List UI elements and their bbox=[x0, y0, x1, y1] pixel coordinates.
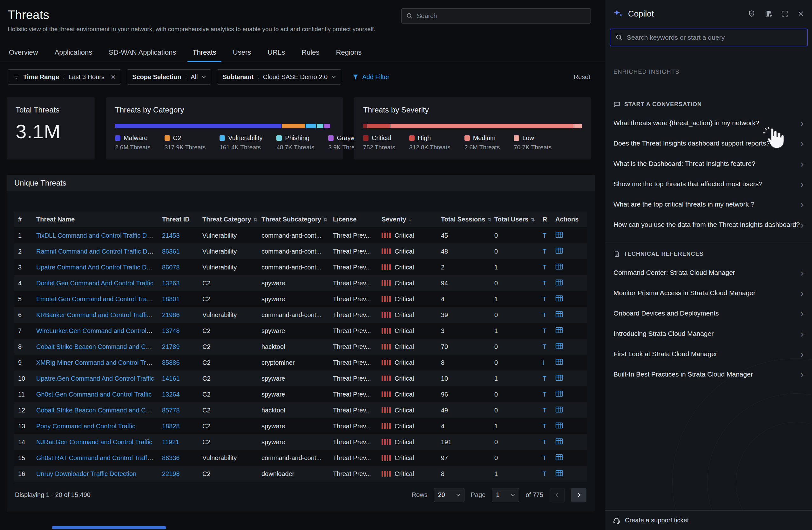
col-header-license[interactable]: License bbox=[329, 212, 378, 228]
technical-reference-link[interactable]: First Look at Strata Cloud Manager › bbox=[605, 344, 812, 364]
reference-link[interactable]: T bbox=[542, 407, 547, 414]
reference-link[interactable]: T bbox=[542, 422, 547, 430]
copilot-suggested-question[interactable]: Does the Threat Insights dashboard suppo… bbox=[605, 133, 812, 154]
threat-name-link[interactable]: NJRat.Gen Command and Control Traffic bbox=[36, 439, 152, 445]
next-page-button[interactable] bbox=[571, 488, 586, 502]
view-logs-icon[interactable] bbox=[555, 422, 563, 429]
threat-id-link[interactable]: 13263 bbox=[162, 280, 180, 287]
reference-link[interactable]: T bbox=[542, 391, 547, 398]
table-row-emotet-gen-command-and-control-traffic[interactable]: 5 Emotet.Gen Command and Control Traffic… bbox=[14, 291, 587, 307]
threat-name-link[interactable]: Cobalt Strike Beacon Command and Contro bbox=[36, 343, 158, 350]
expand-icon[interactable] bbox=[781, 10, 788, 17]
table-row-cobalt-strike-beacon-command-and-contro[interactable]: 8 Cobalt Strike Beacon Command and Contr… bbox=[14, 339, 587, 355]
add-filter-button[interactable]: Add Filter bbox=[352, 73, 390, 81]
view-logs-icon[interactable] bbox=[555, 469, 563, 477]
sort-icon[interactable]: ⇅ bbox=[323, 217, 328, 223]
threat-name-link[interactable]: Emotet.Gen Command and Control Traffic bbox=[36, 296, 155, 302]
copilot-suggested-question[interactable]: How can you use the data from the Threat… bbox=[605, 214, 812, 235]
view-logs-icon[interactable] bbox=[555, 326, 563, 334]
horizontal-scrollbar-thumb[interactable] bbox=[52, 526, 166, 529]
knowledge-library-icon[interactable] bbox=[764, 10, 772, 17]
bar-segment-c2[interactable] bbox=[282, 124, 305, 128]
col-header-r[interactable]: R bbox=[539, 212, 551, 228]
view-logs-icon[interactable] bbox=[555, 231, 563, 239]
threat-id-link[interactable]: 85886 bbox=[162, 359, 180, 366]
view-logs-icon[interactable] bbox=[555, 342, 563, 350]
view-logs-icon[interactable] bbox=[555, 358, 563, 366]
col-header-severity[interactable]: Severity↓ bbox=[378, 212, 437, 228]
reference-link[interactable]: T bbox=[542, 264, 547, 271]
view-logs-icon[interactable] bbox=[555, 406, 563, 413]
technical-reference-link[interactable]: Monitor Prisma Access in Strata Cloud Ma… bbox=[605, 283, 812, 303]
view-logs-icon[interactable] bbox=[555, 247, 563, 255]
previous-page-button[interactable] bbox=[550, 488, 565, 502]
scope-selection-chip[interactable]: Scope Selection : All bbox=[127, 69, 211, 85]
reference-link[interactable]: T bbox=[542, 470, 547, 477]
table-row-gh0st-gen-command-and-control-traffic[interactable]: 11 Gh0st.Gen Command and Control Traffic… bbox=[14, 386, 587, 402]
threat-id-link[interactable]: 21789 bbox=[162, 343, 180, 350]
reference-link[interactable]: T bbox=[542, 375, 547, 382]
tab-rules[interactable]: Rules bbox=[293, 43, 328, 62]
tab-sd-wan-applications[interactable]: SD-WAN Applications bbox=[100, 43, 184, 62]
view-logs-icon[interactable] bbox=[555, 438, 563, 445]
reference-link[interactable]: T bbox=[542, 311, 547, 318]
reference-link[interactable]: T bbox=[542, 296, 547, 302]
table-row-njrat-gen-command-and-control-traffic[interactable]: 14 NJRat.Gen Command and Control Traffic… bbox=[14, 434, 587, 450]
tab-threats[interactable]: Threats bbox=[184, 43, 224, 62]
copilot-suggested-question[interactable]: What are the top critical threats in my … bbox=[605, 194, 812, 214]
table-row-gh0st-rat-command-and-control-traffic-d[interactable]: 15 Gh0st RAT Command and Control Traffic… bbox=[14, 450, 587, 466]
table-row-dorifel-gen-command-and-control-traffic[interactable]: 4 Dorifel.Gen Command And Control Traffi… bbox=[14, 275, 587, 291]
threat-id-link[interactable]: 86361 bbox=[162, 248, 180, 255]
tab-overview[interactable]: Overview bbox=[1, 43, 46, 62]
copilot-search-input[interactable]: Search keywords or start a query bbox=[610, 29, 808, 46]
close-icon[interactable] bbox=[797, 10, 804, 17]
bar-segment-malware[interactable] bbox=[115, 124, 281, 128]
threat-id-link[interactable]: 22198 bbox=[162, 470, 180, 477]
tab-urls[interactable]: URLs bbox=[259, 43, 293, 62]
technical-reference-link[interactable]: Onboard Devices and Deployments › bbox=[605, 303, 812, 324]
threat-id-link[interactable]: 21453 bbox=[162, 232, 180, 239]
col-header-total-users[interactable]: Total Users⇅ bbox=[491, 212, 539, 228]
copilot-suggested-question[interactable]: What is the Dashboard: Threat Insights f… bbox=[605, 154, 812, 174]
technical-reference-link[interactable]: Introducing Strata Cloud Manager › bbox=[605, 324, 812, 344]
view-logs-icon[interactable] bbox=[555, 295, 563, 302]
reference-link[interactable]: T bbox=[542, 454, 547, 461]
reset-filters-button[interactable]: Reset bbox=[574, 73, 590, 81]
table-row-upatre-command-and-control-traffic-dete[interactable]: 3 Upatre Command And Control Traffic Det… bbox=[14, 259, 587, 275]
rows-per-page-select[interactable]: 20 bbox=[434, 488, 464, 502]
tab-users[interactable]: Users bbox=[224, 43, 259, 62]
tab-regions[interactable]: Regions bbox=[328, 43, 370, 62]
bar-segment-high[interactable] bbox=[367, 124, 390, 128]
threat-id-link[interactable]: 85778 bbox=[162, 407, 180, 414]
sort-desc-icon[interactable]: ↓ bbox=[408, 216, 412, 223]
bar-segment-phishing[interactable] bbox=[317, 124, 323, 128]
reference-link[interactable]: T bbox=[542, 280, 547, 287]
view-logs-icon[interactable] bbox=[555, 311, 563, 318]
sort-icon[interactable]: ⇅ bbox=[531, 217, 535, 223]
view-logs-icon[interactable] bbox=[555, 279, 563, 286]
view-logs-icon[interactable] bbox=[555, 374, 563, 382]
col-header-total-sessions[interactable]: Total Sessions⇅ bbox=[437, 212, 491, 228]
table-row-cobalt-strike-beacon-command-and-contro[interactable]: 12 Cobalt Strike Beacon Command and Cont… bbox=[14, 402, 587, 418]
threat-name-link[interactable]: WireLurker.Gen Command and Control Tra bbox=[36, 327, 157, 334]
tab-applications[interactable]: Applications bbox=[46, 43, 101, 62]
reference-link[interactable]: T bbox=[542, 232, 547, 239]
col-header-threat-subcategory[interactable]: Threat Subcategory⇅ bbox=[258, 212, 329, 228]
time-range-filter-chip[interactable]: Time Range : Last 3 Hours × bbox=[8, 69, 121, 85]
threat-name-link[interactable]: Gh0st.Gen Command and Control Traffic bbox=[36, 391, 151, 398]
table-row-tixdll-command-and-control-traffic-detec[interactable]: 1 TixDLL Command and Control Traffic Det… bbox=[14, 228, 587, 243]
threat-id-link[interactable]: 86078 bbox=[162, 264, 180, 271]
table-row-ramnit-command-and-control-traffic-detec[interactable]: 2 Ramnit Command and Control Traffic Det… bbox=[14, 243, 587, 259]
view-logs-icon[interactable] bbox=[555, 263, 563, 270]
col-header-threat-name[interactable]: Threat Name bbox=[32, 212, 158, 228]
bar-segment-critical[interactable] bbox=[363, 124, 367, 128]
threat-id-link[interactable]: 11921 bbox=[162, 439, 179, 445]
reference-link[interactable]: T bbox=[542, 327, 547, 334]
copilot-suggested-question[interactable]: What threats were {threat_action} in my … bbox=[605, 113, 812, 133]
threat-name-link[interactable]: Cobalt Strike Beacon Command and Contro bbox=[36, 407, 158, 414]
col-header-threat-category[interactable]: Threat Category⇅ bbox=[199, 212, 258, 228]
threat-id-link[interactable]: 18828 bbox=[162, 422, 180, 430]
threat-name-link[interactable]: Upatre Command And Control Traffic Dete bbox=[36, 264, 155, 271]
technical-reference-link[interactable]: Command Center: Strata Cloud Manager › bbox=[605, 262, 812, 283]
bar-segment-medium[interactable] bbox=[390, 124, 574, 128]
